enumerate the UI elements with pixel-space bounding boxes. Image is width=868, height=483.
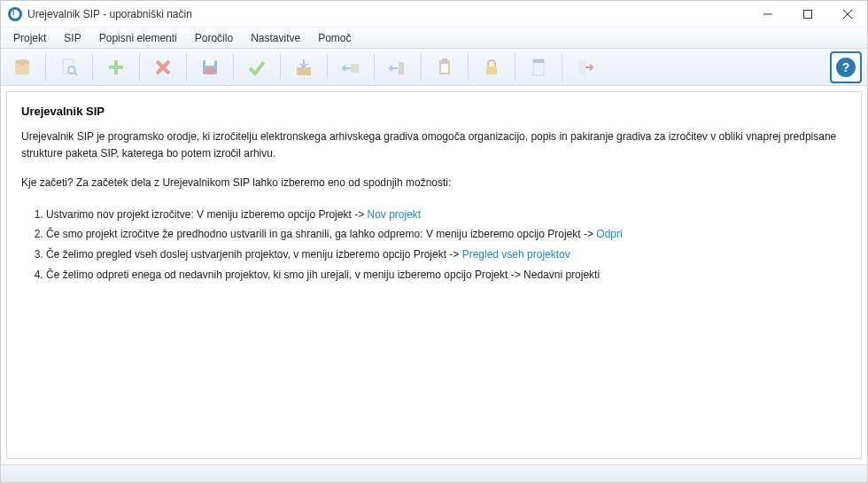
lock-icon xyxy=(481,57,502,78)
list-item: Če želimo pregled vseh doslej ustvarjeni… xyxy=(46,245,847,265)
svg-rect-25 xyxy=(578,60,585,74)
page-heading: Urejevalnik SIP xyxy=(21,105,847,118)
close-icon xyxy=(843,10,852,19)
document-icon xyxy=(528,57,549,78)
toolbar-delete[interactable] xyxy=(147,51,179,83)
toolbar-separator xyxy=(92,54,93,81)
svg-rect-1 xyxy=(803,10,811,18)
start-question: Kje začeti? Za začetek dela z Urejevalni… xyxy=(21,175,847,191)
menu-nastavitve[interactable]: Nastavitve xyxy=(242,29,309,47)
menu-projekt[interactable]: Projekt xyxy=(4,29,55,47)
statusbar xyxy=(1,464,867,482)
menu-popisni-elementi[interactable]: Popisni elementi xyxy=(90,29,186,47)
toolbar-separator xyxy=(280,54,281,81)
toolbar-save[interactable] xyxy=(194,51,226,83)
toolbar-add[interactable] xyxy=(100,51,132,83)
maximize-icon xyxy=(803,10,812,19)
link-pregled-vseh-projektov[interactable]: Pregled vseh projektov xyxy=(462,248,570,261)
toolbar: ? xyxy=(1,49,867,86)
search-page-icon xyxy=(58,57,80,78)
menubar: Projekt SIP Popisni elementi Poročilo Na… xyxy=(1,27,867,49)
window-controls xyxy=(748,1,867,27)
app-icon xyxy=(8,7,22,21)
svg-rect-20 xyxy=(442,58,447,62)
menu-porocilo[interactable]: Poročilo xyxy=(186,29,242,47)
maximize-button[interactable] xyxy=(787,1,827,27)
toolbar-separator xyxy=(374,54,375,81)
svg-rect-10 xyxy=(109,66,123,69)
toolbar-validate[interactable] xyxy=(241,51,273,83)
clipboard-icon xyxy=(434,57,455,78)
toolbar-separator xyxy=(468,54,469,81)
toolbar-separator xyxy=(45,54,46,81)
list-item: Ustvarimo nov projekt izročitve: V menij… xyxy=(46,205,847,225)
close-button[interactable] xyxy=(827,1,867,27)
toolbar-clipboard[interactable] xyxy=(429,51,461,83)
content-wrapper: Urejevalnik SIP Urejevalnik SIP je progr… xyxy=(1,86,867,464)
svg-rect-18 xyxy=(399,62,404,74)
list-item-text: Če smo projekt izročitve že predhodno us… xyxy=(46,228,596,240)
intro-text: Urejevalnik SIP je programsko orodje, ki… xyxy=(21,129,847,162)
start-options-list: Ustvarimo nov projekt izročitve: V menij… xyxy=(21,205,847,285)
list-item: Če želimo odpreti enega od nedavnih proj… xyxy=(46,265,847,285)
arrow-left-door-icon xyxy=(387,57,408,78)
toolbar-help[interactable]: ? xyxy=(830,51,862,83)
toolbar-separator xyxy=(562,54,562,81)
titlebar: Urejevalnik SIP - uporabniški način xyxy=(1,1,867,27)
toolbar-new-project[interactable] xyxy=(6,51,38,83)
plus-icon xyxy=(105,57,127,78)
toolbar-separator xyxy=(233,54,234,81)
toolbar-export-right[interactable] xyxy=(382,51,414,83)
toolbar-separator xyxy=(421,54,422,81)
svg-rect-17 xyxy=(351,64,359,73)
window-title: Urejevalnik SIP - uporabniški način xyxy=(27,8,748,20)
help-icon: ? xyxy=(836,58,856,77)
toolbar-separator xyxy=(186,54,187,81)
svg-point-5 xyxy=(15,59,29,65)
list-item-text: Če želimo odpreti enega od nedavnih proj… xyxy=(46,269,600,281)
arrow-left-box-icon xyxy=(340,57,361,78)
box-in-icon xyxy=(293,57,314,78)
list-item: Če smo projekt izročitve že predhodno us… xyxy=(46,224,847,245)
svg-rect-24 xyxy=(533,59,544,63)
check-icon xyxy=(246,57,267,78)
toolbar-import[interactable] xyxy=(288,51,320,83)
svg-rect-22 xyxy=(486,66,497,74)
list-item-text: Če želimo pregled vseh doslej ustvarjeni… xyxy=(46,248,462,261)
toolbar-exit[interactable] xyxy=(570,51,601,83)
toolbar-lock[interactable] xyxy=(476,51,508,83)
svg-rect-21 xyxy=(441,64,448,73)
toolbar-open-project[interactable] xyxy=(53,51,85,83)
database-icon xyxy=(12,57,33,78)
menu-sip[interactable]: SIP xyxy=(55,29,89,47)
list-item-text: Ustvarimo nov projekt izročitve: V menij… xyxy=(46,208,367,221)
svg-rect-15 xyxy=(205,68,214,74)
cross-icon xyxy=(152,57,174,78)
svg-line-8 xyxy=(74,73,77,75)
toolbar-separator xyxy=(515,54,515,81)
menu-pomoc[interactable]: Pomoč xyxy=(309,29,360,47)
link-odpri[interactable]: Odpri xyxy=(596,228,622,240)
link-nov-projekt[interactable]: Nov projekt xyxy=(367,208,421,221)
toolbar-report[interactable] xyxy=(523,51,554,83)
minimize-icon xyxy=(763,10,772,19)
minimize-button[interactable] xyxy=(748,1,787,27)
toolbar-separator xyxy=(327,54,328,81)
svg-rect-14 xyxy=(205,60,214,66)
toolbar-export-left[interactable] xyxy=(335,51,367,83)
save-icon xyxy=(199,57,221,78)
exit-icon xyxy=(575,57,596,78)
toolbar-separator xyxy=(139,54,140,81)
content-panel: Urejevalnik SIP Urejevalnik SIP je progr… xyxy=(6,91,862,459)
